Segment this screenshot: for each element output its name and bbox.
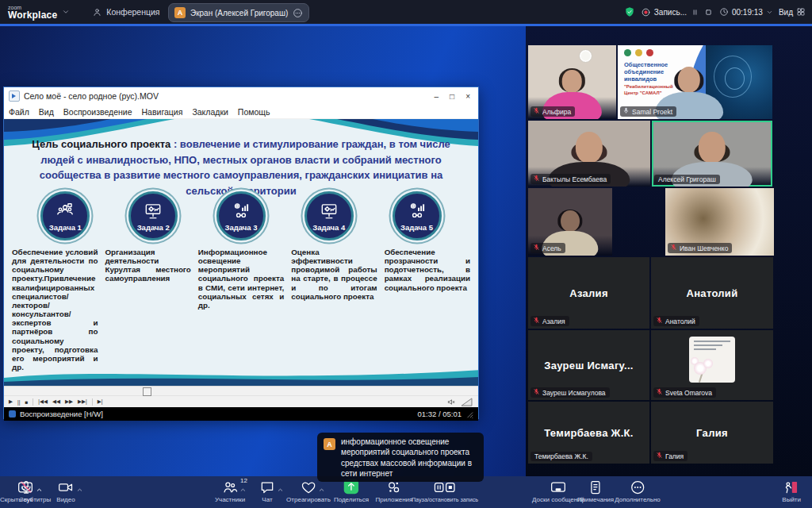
participant-tile[interactable]: Бактылы Есембаева xyxy=(528,121,650,187)
resize-grip[interactable] xyxy=(465,410,473,418)
participant-tile[interactable]: Зауреш Исмагу...Зауреш Исмагулова xyxy=(528,330,649,400)
participant-tile[interactable]: Общественное объединение инвалидов"Реаби… xyxy=(618,45,772,119)
player-status-bar: Воспроизведение [H/W] 01:32 / 05:01 xyxy=(4,407,478,421)
player-menu-item[interactable]: Вид xyxy=(34,107,59,117)
window-accent-line xyxy=(0,24,812,26)
toolbar-video-label: Видео xyxy=(56,497,75,503)
leave-icon xyxy=(783,476,799,495)
divider xyxy=(33,398,33,406)
chevron-up-icon[interactable] xyxy=(239,483,247,497)
toolbar-react-label: Отреагировать xyxy=(286,497,331,503)
player-play-button[interactable]: ▶ xyxy=(9,398,13,405)
participant-tile[interactable]: Темирбаева Ж.К.Темирбаева Ж.К. xyxy=(528,402,649,464)
player-rewind-button[interactable]: ◀◀ xyxy=(52,398,60,405)
shared-screen-tab-label: Экран (Алексей Григораш) xyxy=(190,9,288,17)
chat-icon xyxy=(259,476,275,495)
player-menu-item[interactable]: Воспроизведение xyxy=(59,107,137,117)
player-menu-item[interactable]: Файл xyxy=(4,107,34,117)
chevron-up-icon[interactable] xyxy=(318,483,325,497)
volume-slider[interactable] xyxy=(461,398,473,406)
player-skip-forward-button[interactable]: ▶▶| xyxy=(78,398,87,405)
toolbar-leave-button[interactable]: Выйти xyxy=(782,476,801,508)
participant-name-label: Альфира xyxy=(530,106,575,117)
zoom-meeting-window: zoom Workplace Конференция А Экран (Алек… xyxy=(0,0,812,508)
participant-name-label: Sveta Omarova xyxy=(653,387,716,398)
participant-tile[interactable]: АзалияАзалия xyxy=(528,257,649,329)
recording-label: Запись... xyxy=(654,8,687,17)
toolbar-chat-label: Чат xyxy=(262,497,272,503)
participant-tile[interactable]: Алексей Григораш xyxy=(652,121,772,187)
tab-more-icon[interactable] xyxy=(293,8,303,18)
contacts-icon xyxy=(92,7,102,17)
participant-tile[interactable]: Асель xyxy=(528,188,612,256)
mute-speaker-icon[interactable] xyxy=(446,398,456,406)
meeting-top-bar: zoom Workplace Конференция А Экран (Алек… xyxy=(0,0,812,24)
stop-recording-button[interactable] xyxy=(703,7,714,17)
task-description: Оценка эффективности проводимой работы н… xyxy=(291,248,377,371)
speaker-avatar: А xyxy=(324,438,335,450)
player-fast-forward-button[interactable]: ▶▶ xyxy=(65,398,73,405)
player-pause-button[interactable]: || xyxy=(17,399,20,405)
pause-recording-button[interactable] xyxy=(690,7,700,17)
gallery-row: АзалияАзалияАнатолийАнатолий xyxy=(528,257,774,329)
conference-tab[interactable]: Конференция xyxy=(92,7,159,17)
participant-name-label: Анатолий xyxy=(653,316,699,326)
seek-handle[interactable] xyxy=(143,387,151,396)
close-button[interactable]: × xyxy=(465,92,470,101)
cc-icon: CC xyxy=(17,476,34,495)
toolbar-more-button[interactable]: Дополнительно xyxy=(615,476,661,508)
task-circle: Задача 4 xyxy=(304,191,354,241)
muted-mic-icon xyxy=(656,388,663,397)
player-step-button[interactable]: ▶| xyxy=(98,398,103,405)
participant-name-label: Зауреш Исмагулова xyxy=(530,387,610,398)
participant-display-name: Зауреш Исмагу... xyxy=(544,360,633,371)
toolbar-notes-button[interactable]: Примечания xyxy=(577,476,614,508)
maximize-button[interactable]: □ xyxy=(450,92,454,101)
chevron-up-icon[interactable] xyxy=(36,483,43,497)
task-circle: Задача 2 xyxy=(128,191,178,241)
participant-tile[interactable]: ГалияГалия xyxy=(651,402,773,464)
toolbar-chat-button[interactable]: Чат xyxy=(259,476,275,508)
grid-view-icon xyxy=(796,7,806,17)
chevron-down-icon[interactable] xyxy=(62,8,70,16)
camera-icon xyxy=(57,476,75,495)
svg-text:CC: CC xyxy=(21,485,29,491)
participant-tile[interactable]: Альфира xyxy=(528,45,616,119)
shared-screen-tab[interactable]: А Экран (Алексей Григораш) xyxy=(168,3,309,22)
chevron-up-icon[interactable] xyxy=(76,483,83,497)
shared-app-icon: А xyxy=(174,7,186,18)
chart-icon xyxy=(407,201,427,221)
minimize-button[interactable]: – xyxy=(435,92,439,101)
toolbar-video-button[interactable]: Видео xyxy=(48,476,84,508)
seek-bar[interactable] xyxy=(4,386,478,395)
toolbar-participants-button[interactable]: 12Участники xyxy=(215,476,245,508)
toolbar-captions-button[interactable]: CCСкрыть субтитры xyxy=(0,476,51,508)
chevron-up-icon[interactable] xyxy=(277,483,284,497)
participant-name-label: Samal Proekt xyxy=(620,106,676,117)
player-skip-back-button[interactable]: |◀◀ xyxy=(38,398,48,405)
participant-tile[interactable]: Sveta Omarova xyxy=(651,330,773,400)
participant-tile[interactable]: АнатолийАнатолий xyxy=(651,257,773,329)
gallery-row: Зауреш Исмагу...Зауреш ИсмагуловаSveta O… xyxy=(528,330,774,400)
player-menu-item[interactable]: Закладки xyxy=(187,107,232,117)
view-label: Вид xyxy=(779,8,793,17)
player-stop-button[interactable]: ■ xyxy=(25,399,28,405)
participant-name-label: Темирбаева Ж.К. xyxy=(530,452,592,461)
participant-tile[interactable]: Иван Шевченко xyxy=(665,188,774,256)
task-label: Задача 5 xyxy=(400,223,433,232)
toolbar-share-label: Поделиться xyxy=(334,497,369,503)
player-title-bar[interactable]: Село моё - село родное (рус).MOV – □ × xyxy=(4,87,478,105)
toolbar-apps-label: Приложения xyxy=(376,497,413,503)
shared-screen-area: Село моё - село родное (рус).MOV – □ × Ф… xyxy=(0,26,526,476)
slide-title: Цель социального проекта : вовлечение и … xyxy=(21,137,461,198)
task-circle: Задача 3 xyxy=(216,191,266,241)
player-menu-item[interactable]: Навигация xyxy=(137,107,188,117)
view-button[interactable]: Вид xyxy=(779,7,806,17)
player-menu-item[interactable]: Помощь xyxy=(233,107,275,117)
chevron-down-icon[interactable] xyxy=(766,9,773,16)
participant-name-label: Бактылы Есембаева xyxy=(530,174,611,184)
gallery-row: АсельИван Шевченко xyxy=(528,188,774,256)
gallery-row: АльфираОбщественное объединение инвалидо… xyxy=(528,45,774,119)
participants-gallery: АльфираОбщественное объединение инвалидо… xyxy=(526,26,812,476)
muted-mic-icon xyxy=(533,107,540,116)
